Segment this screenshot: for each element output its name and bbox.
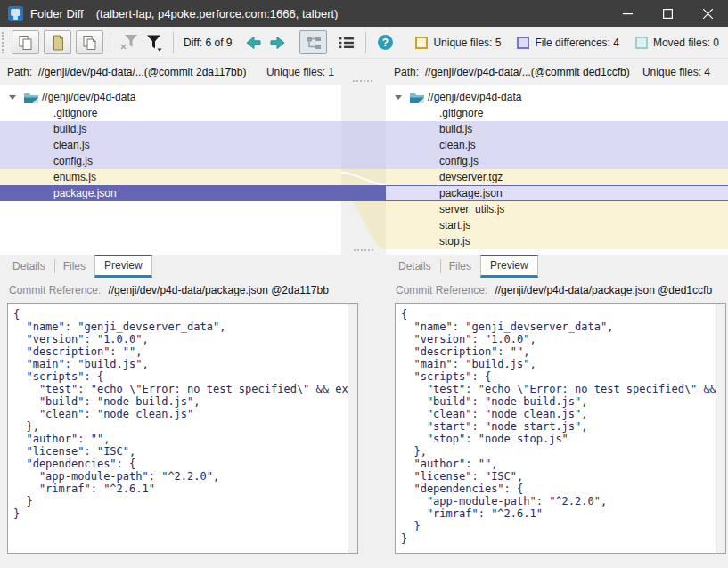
file-row-gitignore[interactable]: .gitignore: [0, 105, 341, 121]
help-icon: ?: [378, 35, 393, 50]
file-row-stop-js[interactable]: stop.js: [386, 233, 728, 249]
path-headers: Path: //genji/dev/p4d-data/...(@commit 2…: [0, 59, 728, 85]
legend-unique-files-label: Unique files: 5: [433, 37, 501, 49]
pane-splitter-grip[interactable]: [354, 249, 373, 251]
show-unique-files-button[interactable]: [44, 30, 71, 54]
right-preview-code: { "name": "genji_devserver_data", "versi…: [396, 304, 725, 549]
show-file-differences-button[interactable]: [12, 30, 39, 54]
filter-button[interactable]: [142, 30, 167, 54]
right-commit-reference: Commit Reference: //genji/dev/p4d-data/p…: [364, 278, 728, 303]
file-row-package-json[interactable]: package.json: [0, 185, 341, 201]
legend-unique-files: Unique files: 5: [415, 37, 501, 49]
right-tree-root-row[interactable]: //genji/dev/p4d-data: [386, 89, 728, 105]
close-button[interactable]: [688, 0, 728, 27]
depot-folder-icon: [410, 92, 424, 103]
file-row-gitignore[interactable]: .gitignore: [386, 105, 728, 121]
unique-files-swatch-icon: [415, 37, 428, 49]
list-view-button[interactable]: [334, 30, 359, 54]
left-path-header: Path: //genji/dev/p4d-data/...(@commit 2…: [0, 59, 364, 85]
right-tab-strip: Details Files Preview: [364, 255, 728, 278]
tab-preview[interactable]: Preview: [480, 255, 538, 278]
right-path-header: Path: //genji/dev/p4d-data/...(@commit d…: [364, 59, 728, 85]
toolbar-grip[interactable]: [2, 32, 7, 53]
toolbar-separator: [365, 32, 366, 53]
p4-app-icon: [8, 6, 23, 21]
left-preview-code: { "name": "genji_devserver_data", "versi…: [8, 304, 357, 524]
file-row-clean-js[interactable]: clean.js: [386, 137, 728, 153]
file-row-clean-js[interactable]: clean.js: [0, 137, 341, 153]
diff-connector-bands: [341, 85, 386, 255]
diff-counter: Diff: 6 of 9: [184, 37, 232, 49]
legend-moved-files-label: Moved files: 0: [653, 37, 719, 49]
tab-preview[interactable]: Preview: [94, 255, 152, 278]
file-row-config-js[interactable]: config.js: [0, 153, 341, 169]
commit-reference-value: //genji/dev/p4d-data/package.json @2da11…: [108, 284, 328, 296]
left-tree-root-label: //genji/dev/p4d-data: [42, 89, 135, 105]
right-path-label: Path:: [394, 66, 419, 78]
right-path-value: //genji/dev/p4d-data/...(@commit ded1ccf…: [425, 66, 630, 78]
clear-filter-button[interactable]: [117, 30, 142, 54]
legend-file-differences-label: File differences: 4: [535, 37, 619, 49]
tab-details[interactable]: Details: [389, 255, 440, 278]
diff-legend: Unique files: 5 File differences: 4 Move…: [406, 37, 728, 49]
file-row-build-js[interactable]: build.js: [0, 121, 341, 137]
identical-files-pages-icon: [81, 35, 98, 51]
collapse-arrow-icon[interactable]: [9, 95, 16, 100]
tab-files[interactable]: Files: [54, 255, 94, 278]
window-session-info: (talbert-lap, p4poke.perforce.com:1666, …: [96, 7, 339, 20]
legend-file-differences: File differences: 4: [517, 37, 619, 49]
left-path-value: //genji/dev/p4d-data/...(@commit 2da117b…: [38, 66, 246, 78]
file-differences-pages-icon: [17, 35, 34, 51]
clear-filter-icon: [119, 34, 139, 51]
left-tree-root-row[interactable]: //genji/dev/p4d-data: [0, 89, 341, 105]
show-identical-files-button[interactable]: [76, 30, 103, 54]
close-icon: [703, 9, 713, 19]
left-commit-reference: Commit Reference: //genji/dev/p4d-data/p…: [0, 278, 364, 303]
left-preview-code-area[interactable]: { "name": "genji_devserver_data", "versi…: [7, 303, 358, 554]
commit-reference-label: Commit Reference:: [9, 284, 101, 296]
previous-diff-arrow-icon: [244, 35, 262, 51]
depot-folder-icon: [24, 92, 38, 103]
tree-view-button[interactable]: [299, 30, 327, 54]
toolbar-separator: [110, 32, 110, 53]
minimize-icon: [623, 9, 633, 19]
pane-splitter-grip[interactable]: [353, 80, 372, 82]
left-file-tree[interactable]: //genji/dev/p4d-data .gitignore build.js…: [0, 85, 341, 255]
right-preview-scrollbar[interactable]: [716, 304, 725, 553]
collapse-arrow-icon[interactable]: [395, 95, 402, 100]
next-diff-button[interactable]: [266, 30, 290, 54]
toolbar: Diff: 6 of 9 ?: [0, 27, 728, 59]
left-path-label: Path:: [7, 66, 32, 78]
right-unique-count: Unique files: 4: [642, 66, 710, 78]
tab-files[interactable]: Files: [440, 255, 480, 278]
filter-icon: [144, 34, 164, 52]
commit-reference-label: Commit Reference:: [396, 284, 487, 296]
left-tab-strip: Details Files Preview: [0, 255, 364, 278]
left-preview-scrollbar[interactable]: [348, 304, 357, 553]
file-row-server-utils-js[interactable]: server_utils.js: [386, 201, 728, 217]
file-row-start-js[interactable]: start.js: [386, 217, 728, 233]
help-button[interactable]: ?: [372, 30, 397, 54]
previous-diff-button[interactable]: [241, 30, 266, 54]
file-row-enums-js[interactable]: enums.js: [0, 169, 341, 185]
unique-file-page-icon: [50, 35, 66, 51]
detail-panes: Details Files Preview Commit Reference: …: [0, 255, 728, 568]
minimize-button[interactable]: [608, 0, 648, 27]
right-detail-pane: Details Files Preview Commit Reference: …: [364, 255, 728, 568]
file-row-package-json[interactable]: package.json: [386, 185, 728, 201]
toolbar-separator: [173, 32, 174, 53]
tab-details[interactable]: Details: [4, 255, 54, 278]
left-detail-pane: Details Files Preview Commit Reference: …: [0, 255, 364, 568]
left-unique-count: Unique files: 1: [266, 66, 334, 78]
file-row-config-js[interactable]: config.js: [386, 153, 728, 169]
file-row-build-js[interactable]: build.js: [386, 121, 728, 137]
legend-moved-files: Moved files: 0: [635, 37, 719, 49]
moved-files-swatch-icon: [635, 37, 648, 49]
right-file-tree[interactable]: //genji/dev/p4d-data .gitignore build.js…: [386, 85, 728, 255]
next-diff-arrow-icon: [269, 35, 287, 51]
file-row-devserver-tgz[interactable]: devserver.tgz: [386, 169, 728, 185]
commit-reference-value: //genji/dev/p4d-data/package.json @ded1c…: [495, 284, 712, 296]
maximize-button[interactable]: [648, 0, 688, 27]
tree-panes: //genji/dev/p4d-data .gitignore build.js…: [0, 85, 728, 255]
right-preview-code-area[interactable]: { "name": "genji_devserver_data", "versi…: [395, 303, 726, 554]
